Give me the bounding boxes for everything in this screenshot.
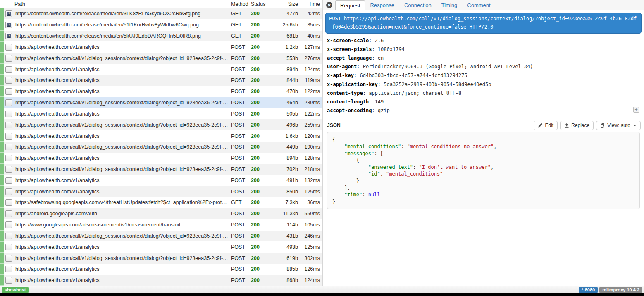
document-file-icon [5,199,15,206]
edit-button[interactable]: Edit [534,121,558,130]
document-file-icon [5,77,15,84]
flow-row[interactable]: https://api.owhealth.com/v1/analyticsPOS… [0,153,322,164]
flow-row[interactable]: https://api.owhealth.com/call/v1/dialog_… [0,53,322,64]
flow-row[interactable]: https://api.owhealth.com/v1/analyticsPOS… [0,275,322,286]
flow-size: 850b [268,189,298,195]
header-value: : 2.6 [369,38,384,43]
flow-row[interactable]: https://content.owhealth.com/release/med… [0,31,322,42]
json-line: "time": null [332,191,634,198]
flow-detail-panel: ✕ RequestResponseConnectionTimingComment… [323,0,644,286]
column-header-path[interactable]: Path [0,1,231,7]
flow-row[interactable]: https://api.owhealth.com/call/v1/dialog_… [0,119,322,130]
column-header-method[interactable]: Method [231,1,251,7]
flow-row[interactable]: https://api.owhealth.com/v1/analyticsPOS… [0,130,322,142]
flow-size: 553b [268,55,298,61]
flow-row[interactable]: https://api.owhealth.com/v1/analyticsPOS… [0,175,322,186]
chevron-down-icon [633,125,637,126]
tab-request[interactable]: Request [335,0,365,10]
tab-timing[interactable]: Timing [436,0,463,10]
flow-path: https://api.owhealth.com/call/v1/dialog_… [15,100,231,106]
add-header-icon[interactable]: + [633,107,639,113]
document-file-icon [5,244,15,250]
flow-row[interactable]: https://api.owhealth.com/v1/analyticsPOS… [0,64,322,75]
json-line: } [332,198,634,205]
header-line[interactable]: accept-encoding: gzip [327,106,640,115]
header-line[interactable]: user-agent: PeriodTracker/9.64.3 (Google… [327,63,640,71]
view-icon [600,123,605,128]
document-file-icon [5,133,15,140]
flow-row[interactable]: https://api.owhealth.com/v1/analyticsPOS… [0,86,322,97]
flow-row[interactable]: https://api.owhealth.com/v1/analyticsPOS… [0,108,322,119]
flow-status: 200 [251,155,268,161]
flow-row[interactable]: https://content.owhealth.com/release/med… [0,8,322,19]
header-line[interactable]: x-screen-pixels: 1080x1794 [327,45,640,54]
flow-size: 114b [268,222,298,228]
header-line[interactable]: content-length: 149 [327,98,640,106]
flow-method: POST [231,178,251,183]
flow-path: https://api.owhealth.com/call/v1/dialog_… [15,255,231,261]
header-value: : gzip [372,108,389,113]
flow-row[interactable]: https://api.owhealth.com/v1/analyticsPOS… [0,264,322,275]
close-icon[interactable]: ✕ [326,2,332,8]
flow-time: 122ms [298,111,322,117]
flow-row[interactable]: https://content.owhealth.com/release/med… [0,19,322,31]
flow-path: https://api.owhealth.com/v1/analytics [15,277,231,283]
flow-time: 35ms [298,22,322,28]
column-header-status[interactable]: Status [251,1,268,7]
flow-size: 894b [268,67,298,72]
header-line[interactable]: accept-language: en [327,54,640,63]
flow-size: 1.2kb [268,44,298,50]
flow-row[interactable]: https://safebrowsing.googleapis.com/v4/t… [0,197,322,208]
flow-method: POST [231,155,251,161]
flow-time: 119ms [298,77,322,83]
tab-connection[interactable]: Connection [399,0,436,10]
flow-row[interactable]: https://www.googleapis.com/adsmeasuremen… [0,219,322,231]
document-file-icon [5,111,15,117]
header-line[interactable]: x-screen-scale: 2.6 [327,36,640,45]
document-file-icon [5,233,15,239]
flow-method: POST [231,55,251,61]
flow-row[interactable]: https://api.owhealth.com/v1/analyticsPOS… [0,186,322,197]
flow-path: https://api.owhealth.com/v1/analytics [15,266,231,272]
flow-row[interactable]: https://api.owhealth.com/v1/analyticsPOS… [0,41,322,53]
flow-row[interactable]: https://android.googleapis.com/authPOST2… [0,208,322,219]
flow-row[interactable]: https://api.owhealth.com/v1/analyticsPOS… [0,241,322,253]
request-first-line[interactable]: POST https://api.owhealth.com/call/v1/di… [325,13,642,34]
header-name: x-api-key [327,72,354,78]
flow-row[interactable]: https://api.owhealth.com/call/v1/dialog_… [0,253,322,264]
flow-status: 200 [251,89,268,94]
flow-row[interactable]: https://api.owhealth.com/call/v1/dialog_… [0,164,322,175]
header-line[interactable]: content-type: application/json; charset=… [327,89,640,98]
document-file-icon [5,210,15,217]
flow-time: 126ms [298,266,322,272]
flow-status: 200 [251,178,268,183]
header-line[interactable]: x-api-key: 6d4bd303-fbcd-4c57-a744-4cfd1… [327,71,640,80]
column-header-size[interactable]: Size [268,1,298,7]
flow-status: 200 [251,11,268,17]
flow-time: 124ms [298,277,322,283]
flow-time: 40ms [298,33,322,39]
image-file-icon [5,10,15,17]
view-mode-button[interactable]: View: auto [596,121,641,130]
flow-row[interactable]: https://api.owhealth.com/call/v1/dialog_… [0,97,322,108]
header-line[interactable]: x-application-key: 5da3252a-2919-403b-90… [327,80,640,89]
flow-row[interactable]: https://api.owhealth.com/call/v1/dialog_… [0,142,322,153]
header-value: : PeriodTracker/9.64.3 (Google Pixel; An… [357,64,533,70]
flow-method: GET [231,200,251,205]
tab-comment[interactable]: Comment [462,0,495,10]
replace-button[interactable]: Replace [560,121,594,130]
column-header-time[interactable]: Time [298,1,322,7]
flow-status: 200 [251,33,268,39]
tab-response[interactable]: Response [365,0,399,10]
flow-status: 200 [251,77,268,83]
flow-status: 200 [251,144,268,150]
flow-size: 1.6kb [268,133,298,139]
flow-status: 200 [251,55,268,61]
flow-row[interactable]: https://api.owhealth.com/call/v1/dialog_… [0,231,322,242]
image-file-icon [5,22,15,28]
flow-time: 105ms [298,222,322,228]
flow-size: 7.3kb [268,200,298,205]
request-headers: x-screen-scale: 2.6x-screen-pixels: 1080… [323,35,644,116]
flow-method: POST [231,77,251,83]
flow-row[interactable]: https://api.owhealth.com/v1/analyticsPOS… [0,75,322,86]
